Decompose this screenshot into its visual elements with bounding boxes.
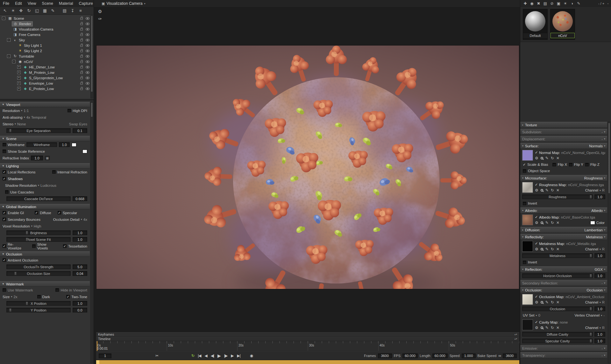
gear-icon[interactable]: ⚙ (535, 300, 538, 304)
cavity-map-thumbnail[interactable] (522, 319, 533, 330)
material-tile-ncov[interactable]: nCoV (550, 9, 575, 40)
tree-item-he-dimer-low[interactable]: + ◆HE_Dimer_Low (0, 64, 94, 70)
folder-icon[interactable]: ▤ (61, 8, 68, 14)
tree-item-turntable[interactable]: - ↻Turntable (0, 53, 94, 59)
fps-input[interactable]: 60.000 (402, 354, 418, 358)
slider-handle[interactable] (9, 308, 11, 312)
reload-icon[interactable]: ↻ (551, 188, 554, 192)
viewport-settings-icon[interactable]: ⚙ (97, 9, 103, 14)
watermark-x-value[interactable]: 1.0 (73, 301, 87, 306)
voxel-scene-fit-value[interactable]: 1.0 (73, 237, 87, 242)
diffuse-cavity-value[interactable]: 1.0 (594, 332, 605, 337)
shadows-checkbox[interactable]: ✓Shadows (3, 177, 23, 181)
menu-capture[interactable]: Capture (76, 1, 96, 6)
metalness-slider[interactable]: Metalness (522, 253, 593, 258)
tree-item-sky[interactable]: - ◐Sky (0, 37, 94, 43)
section-scene[interactable]: ▼Scene (0, 136, 90, 141)
collapse-toggle-icon[interactable]: + (17, 65, 21, 69)
rotate-tool-icon[interactable]: ↻ (25, 8, 32, 14)
visibility-icon[interactable] (86, 44, 89, 47)
occlusion-map-thumbnail[interactable] (522, 294, 533, 305)
menu-view[interactable]: View (25, 1, 39, 6)
watermark-x-slider[interactable]: X Position (6, 301, 71, 306)
section-transparency[interactable]: Transparency:-▾ (520, 352, 607, 358)
slider-handle[interactable] (590, 307, 592, 311)
occlusion-detail-dropdown[interactable]: Occlusion Detail▾4x (53, 218, 87, 221)
gear-icon[interactable]: ⚙ (535, 247, 538, 251)
collapse-toggle-icon[interactable]: + (17, 87, 21, 90)
roughness-map-thumbnail[interactable] (522, 182, 533, 193)
camera-selector[interactable]: ▣ Visualization Camera ▾ (102, 1, 146, 6)
frames-input[interactable]: 3600 (378, 354, 392, 358)
lock-icon[interactable] (80, 66, 83, 68)
reload-icon[interactable]: ↻ (551, 300, 554, 304)
metalness-invert-checkbox[interactable]: Invert (523, 260, 537, 264)
check-icon[interactable]: ✓ (535, 320, 538, 324)
gi-specular-checkbox[interactable]: ✓Specular (58, 211, 77, 215)
edit-material-icon[interactable]: ✎ (576, 1, 582, 7)
sky-preview-icon[interactable]: ☀ (562, 1, 568, 7)
reload-icon[interactable]: ↻ (551, 220, 554, 225)
move-tool-icon[interactable]: ✥ (18, 8, 25, 14)
visibility-icon[interactable] (86, 82, 89, 85)
visibility-icon[interactable] (86, 77, 89, 79)
lock-icon[interactable] (80, 50, 83, 52)
visibility-icon[interactable] (86, 50, 89, 52)
reload-icon[interactable]: ↻ (551, 326, 554, 330)
enable-gi-checkbox[interactable]: ✓Enable GI (3, 211, 24, 215)
secondary-bounces-checkbox[interactable]: ✓Secondary Bounces (3, 218, 40, 221)
step-back-icon[interactable]: ◀ (204, 354, 207, 358)
normal-map-thumbnail[interactable] (522, 150, 533, 161)
tree-item-sky-light-2[interactable]: ☀Sky Light 2 (0, 48, 94, 53)
viewport-render[interactable] (96, 45, 519, 289)
voxel-resolution-dropdown[interactable]: Voxel Resolution▾High (3, 224, 41, 228)
gi-brightness-value[interactable]: 1.0 (73, 230, 87, 235)
albedo-map-thumbnail[interactable] (522, 214, 533, 225)
remove-icon[interactable]: ✕ (556, 247, 559, 251)
section-surface[interactable]: ▾Surface:Normals▾ (520, 143, 607, 149)
tree-item-render[interactable]: ◎Render (0, 21, 94, 26)
properties-scrollbar[interactable] (90, 102, 93, 363)
collapse-toggle-icon[interactable]: - (7, 38, 11, 42)
swap-eyes-checkbox[interactable]: Swap Eyes (69, 122, 87, 126)
delete-material-icon[interactable]: ✖ (536, 1, 542, 7)
scale-reference-color-swatch[interactable] (82, 150, 87, 153)
preview-size-control[interactable]: - / + (598, 2, 604, 5)
wireframe-checkbox[interactable]: Wireframe (3, 143, 25, 147)
edit-icon[interactable]: ✎ (545, 156, 549, 160)
section-emissive[interactable]: Emissive:-▾ (520, 345, 607, 351)
timeline-bar[interactable]: Timeline ▴▾ (96, 337, 519, 341)
lock-icon[interactable] (80, 45, 83, 47)
collapse-toggle-icon[interactable]: + (17, 76, 21, 80)
slider-handle[interactable] (44, 197, 46, 200)
cascade-distance-value[interactable]: 0.668 (73, 196, 87, 201)
gear-icon[interactable]: ⚙ (535, 156, 538, 160)
magnify-icon[interactable] (541, 221, 543, 224)
remove-icon[interactable]: ✕ (556, 156, 559, 160)
high-dpi-checkbox[interactable]: High DPI (67, 109, 87, 113)
occlusion-size-slider[interactable]: Occlusion Size (6, 271, 71, 276)
frame-forward-icon[interactable]: |▶ (224, 354, 227, 358)
tree-item-s-glycoprotein-low[interactable]: + ◆S_Glycoprotein_Low (0, 75, 94, 80)
flip-z-checkbox[interactable]: Flip Z (585, 163, 600, 166)
current-frame-input[interactable]: 1 (99, 354, 111, 358)
add-camera-icon[interactable]: ▦ (41, 8, 48, 14)
remove-icon[interactable]: ✕ (556, 188, 559, 192)
section-diffusion[interactable]: ▸Diffusion:Lambertian▾ (520, 227, 607, 233)
slider-handle[interactable] (26, 231, 28, 234)
loop-icon[interactable]: ↻ (191, 354, 194, 358)
lock-icon[interactable] (80, 77, 83, 79)
section-occlusion-material[interactable]: ▾Occlusion:Occlusion▾ (520, 287, 607, 293)
channel-dropdown[interactable]: Channel▾R (585, 326, 605, 330)
visibility-icon[interactable] (86, 60, 89, 63)
tessellation-checkbox[interactable]: ✓Tessellation (63, 244, 87, 248)
show-voxels-checkbox[interactable]: Show Voxels (32, 242, 58, 250)
menu-file[interactable]: File (0, 1, 12, 6)
slider-handle[interactable] (9, 129, 11, 132)
lock-icon[interactable] (80, 56, 83, 58)
material-tile-default[interactable]: Default (523, 9, 548, 40)
tree-item-envelope-low[interactable]: + ◆Envelope_Low (0, 80, 94, 86)
magnify-icon[interactable] (541, 157, 543, 159)
refractive-index-value[interactable]: 1.0 (31, 156, 43, 160)
channel-dropdown[interactable]: Channel▾R (585, 247, 605, 251)
